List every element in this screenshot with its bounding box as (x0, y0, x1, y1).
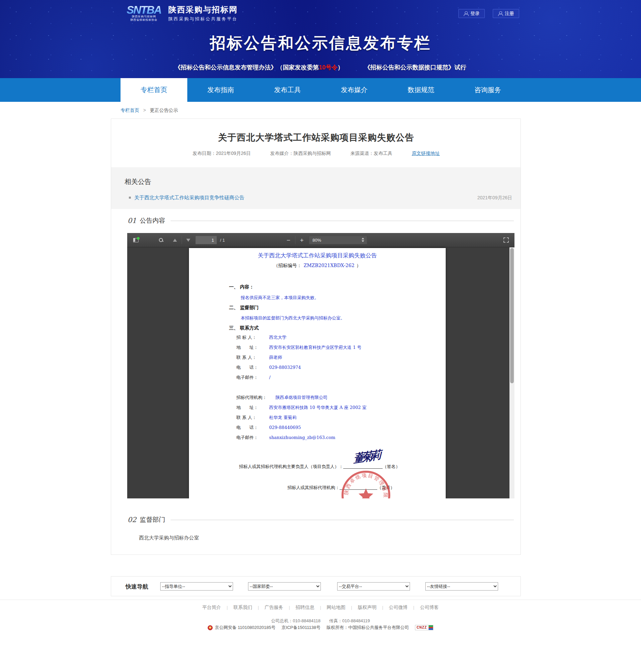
source-channel: 来源渠道：发布工具 (350, 151, 392, 156)
pdf-page-number-input[interactable] (195, 236, 217, 244)
nav-tab-consult[interactable]: 咨询服务 (454, 78, 521, 102)
tenderer-row: 电 话：029-88032974 (236, 365, 301, 371)
minus-icon: − (286, 237, 290, 243)
footer-phone-line: 公司总机：010-88484118 传真：010-88484119 (0, 618, 641, 624)
related-announcement-date: 2021年09月26日 (477, 195, 512, 201)
section-1-title: 公告内容 (140, 216, 165, 225)
agency-row: 联 系 人：杜华龙 蕫菊莉 (236, 415, 297, 421)
pdf-page-total: / 1 (220, 238, 225, 243)
pdf-content-area: 关于西北大学塔式工作站采购项目采购失败公告 （招标编号：ZMZB2021XBDX… (127, 247, 515, 498)
login-button[interactable]: 登录 (459, 9, 485, 18)
nav-tab-home[interactable]: 专栏首页 (121, 78, 187, 102)
breadcrumb-separator: > (143, 108, 146, 113)
site-logo[interactable]: SNTBA 陕西采购与招标网 陕西省招标投标协会 陕西采购与招标网 陕西采购与招… (124, 3, 238, 24)
tenderer-row: 招 标 人：西北大学 (236, 334, 286, 341)
pdf-scrollbar[interactable] (509, 247, 515, 498)
footer-beian-line: 京公网安备 11010802020185号 京ICP备15011138号 版权所… (0, 625, 641, 631)
tenderer-row: 地 址：西安市长安区郭杜教育科技产业区学府大道 1 号 (236, 344, 362, 351)
site-name: 陕西采购与招标网 (168, 5, 238, 15)
footer-link-blog[interactable]: 公司博客 (408, 605, 439, 610)
banner-link-spec[interactable]: 《招标公告和公示数据接口规范》试行 (364, 64, 466, 71)
doc-heading-1: 一、 内容： (229, 284, 254, 290)
select-guide-units[interactable]: --指导单位-- (160, 582, 233, 591)
announcement-card: 关于西北大学塔式工作站采购项目采购失败公告 发布日期：2021年09月26日 发… (111, 119, 521, 555)
nav-tab-publish-tool[interactable]: 发布工具 (254, 78, 321, 102)
section-rule (171, 221, 514, 221)
nav-tab-data-spec[interactable]: 数据规范 (387, 78, 454, 102)
footer-link-weibo[interactable]: 公司微博 (377, 605, 408, 610)
tenderer-row: 电子邮件：/ (236, 374, 270, 381)
footer-link-jobs[interactable]: 招聘信息 (283, 605, 314, 610)
cnzz-label: CNZZ (415, 625, 428, 630)
select-trading-platforms[interactable]: --交易平台-- (337, 582, 410, 591)
breadcrumb: 专栏首页 > 更正公告公示 (121, 108, 178, 113)
banner-title: 招标公告和公示信息发布专栏 (0, 33, 641, 54)
section-2-header: 02 监督部门 (127, 516, 514, 524)
logo-mark-text: SNTBA (124, 5, 164, 15)
section-1-number: 01 (127, 217, 137, 225)
pdf-zoom-out-button[interactable]: − (284, 236, 293, 244)
logo-text: 陕西采购与招标网 陕西采购与招标公共服务平台 (168, 5, 238, 22)
arrow-down-icon (186, 239, 190, 242)
icp-beian-link[interactable]: 京ICP备15011138号 (282, 625, 320, 631)
arrow-up-icon (173, 239, 177, 242)
footer-link-sitemap[interactable]: 网站地图 (314, 605, 345, 610)
site-footer: 平台简介联系我们广告服务招聘信息网站地图版权声明公司微博公司博客 公司总机：01… (0, 600, 641, 672)
nav-tab-publish-media[interactable]: 发布媒介 (321, 78, 387, 102)
footer-link-ads[interactable]: 广告服务 (252, 605, 283, 610)
doc-reference-number: （招标编号：ZMZB2021XBDX-262） (189, 263, 446, 269)
breadcrumb-home-link[interactable]: 专栏首页 (121, 108, 139, 113)
original-link[interactable]: 原文链接地址 (412, 151, 440, 156)
doc-heading-3: 三、 联系方式 (229, 325, 259, 331)
police-beian-link[interactable]: 京公网安备 11010802020185号 (215, 625, 275, 631)
pdf-zoom-in-button[interactable]: + (298, 236, 306, 244)
page-root: SNTBA 陕西采购与招标网 陕西省招标投标协会 陕西采购与招标网 陕西采购与招… (0, 0, 641, 672)
copyright-text: 版权所有：中国招标公共服务平台有限公司 (327, 625, 409, 631)
search-icon (159, 238, 163, 242)
footer-link-platform-intro[interactable]: 平台简介 (202, 605, 221, 610)
police-badge-icon (208, 625, 213, 630)
pdf-prev-page-button[interactable] (171, 236, 179, 244)
footer-link-contact[interactable]: 联系我们 (221, 605, 252, 610)
register-button[interactable]: 注册 (493, 9, 519, 18)
pdf-scrollbar-thumb[interactable] (510, 248, 514, 383)
footer-link-copyright-notice[interactable]: 版权声明 (345, 605, 377, 610)
red-order-number: 10号令 (319, 64, 338, 71)
fullscreen-icon (503, 237, 509, 243)
agency-row: 电 话：029-88440695 (236, 425, 301, 431)
publish-date: 发布日期：2021年09月26日 (193, 151, 251, 156)
pdf-viewer: / 1 − + 80% (127, 233, 515, 498)
pdf-document-page: 关于西北大学塔式工作站采购项目采购失败公告 （招标编号：ZMZB2021XBDX… (189, 248, 446, 498)
cnzz-stripes-icon (428, 625, 433, 630)
related-announcement-link[interactable]: 关于西北大学塔式工作站采购项目竞争性磋商公告 (134, 195, 244, 201)
publish-media: 发布媒介：陕西采购与招标网 (270, 151, 331, 156)
footer-links: 平台简介联系我们广告服务招聘信息网站地图版权声明公司微博公司博客 (0, 605, 641, 611)
pdf-search-button[interactable] (156, 236, 165, 244)
nav-tab-publish-guide[interactable]: 发布指南 (187, 78, 254, 102)
spinner-arrows-icon (362, 238, 364, 242)
select-national-ministries[interactable]: --国家部委-- (248, 582, 321, 591)
page-title: 关于西北大学塔式工作站采购项目采购失败公告 (111, 132, 521, 143)
select-friend-links[interactable]: --友情链接-- (425, 582, 498, 591)
pdf-fullscreen-button[interactable] (502, 236, 510, 244)
breadcrumb-current: 更正公告公示 (150, 108, 178, 113)
pdf-next-page-button[interactable] (184, 236, 193, 244)
login-label: 登录 (470, 11, 480, 17)
pdf-zoom-select[interactable]: 80% (309, 236, 367, 244)
related-announcements: 相关公告 关于西北大学塔式工作站采购项目竞争性磋商公告 2021年09月26日 (111, 167, 520, 209)
pdf-zoom-level: 80% (313, 238, 321, 243)
sidebar-toggle-button[interactable] (132, 236, 140, 244)
site-header: SNTBA 陕西采购与招标网 陕西省招标投标协会 陕西采购与招标网 陕西采购与招… (0, 0, 641, 78)
banner-link-regulation[interactable]: 《招标公告和公示信息发布管理办法》（国家发改委第10号令） (175, 64, 343, 71)
cnzz-counter-badge[interactable]: CNZZ (415, 625, 433, 630)
banner-subtitle: 《招标公告和公示信息发布管理办法》（国家发改委第10号令）《招标公告和公示数据接… (0, 64, 641, 71)
article-meta: 发布日期：2021年09月26日 发布媒介：陕西采购与招标网 来源渠道：发布工具… (111, 151, 521, 156)
related-heading: 相关公告 (124, 177, 151, 186)
section-rule (171, 520, 514, 520)
quick-nav-label: 快速导航 (125, 583, 148, 591)
tenderer-row: 联 系 人：薛老师 (236, 355, 282, 360)
section-2-title: 监督部门 (140, 516, 165, 524)
section-2-number: 02 (127, 516, 137, 524)
logo-mark-icon: SNTBA 陕西采购与招标网 陕西省招标投标协会 (124, 5, 164, 22)
doc-paragraph-2: 本招标项目的监督部门为西北大学采购与招标办公室。 (241, 315, 345, 321)
